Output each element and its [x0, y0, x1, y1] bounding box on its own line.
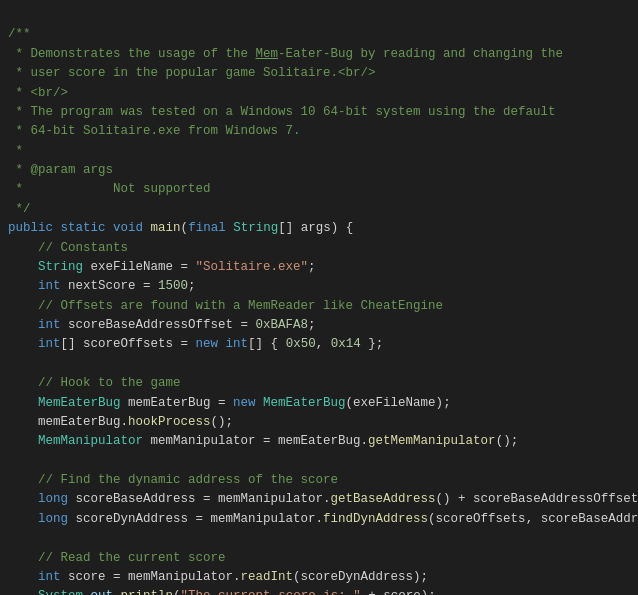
code-editor: /** * Demonstrates the usage of the Mem-…: [0, 0, 638, 595]
